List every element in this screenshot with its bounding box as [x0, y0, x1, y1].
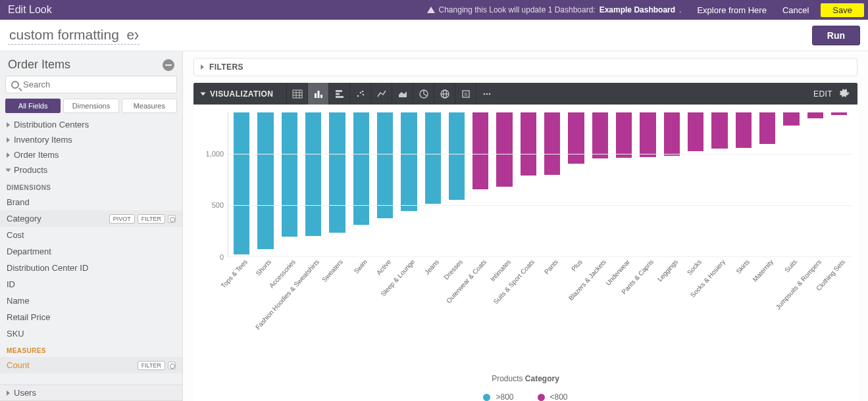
bar[interactable]: Swim — [353, 112, 369, 256]
view-inventory-items[interactable]: Inventory Items — [0, 132, 182, 147]
save-button[interactable]: Save — [821, 3, 864, 17]
svg-rect-8 — [336, 90, 342, 92]
bar[interactable]: Pants — [544, 112, 560, 256]
bar[interactable]: Pants & Capris — [640, 112, 655, 256]
dimension-row[interactable]: ID — [0, 276, 182, 293]
svg-text:6: 6 — [465, 91, 468, 97]
viz-pie-icon[interactable] — [413, 83, 434, 105]
bar-rect — [496, 112, 512, 187]
viz-map-icon[interactable] — [434, 83, 455, 105]
tab-dimensions[interactable]: Dimensions — [63, 99, 118, 113]
viz-line-icon[interactable] — [370, 83, 392, 105]
column-chart[interactable]: 05001,000 Tops & TeesShortsAccessoriesFa… — [199, 112, 852, 316]
bar[interactable]: Socks & Hosiery — [711, 112, 727, 256]
collapse-sidebar-icon[interactable] — [163, 59, 174, 71]
measure-row[interactable]: CountFILTER — [0, 357, 182, 373]
viz-single-value-icon[interactable]: 6 — [455, 83, 476, 105]
dashboard-warning: Changing this Look will update 1 Dashboa… — [427, 5, 682, 14]
dimension-row[interactable]: Department — [0, 243, 182, 260]
search-field[interactable] — [5, 76, 177, 93]
bar-rect — [401, 112, 417, 211]
dimension-row[interactable]: SKU — [0, 325, 182, 342]
bar[interactable]: Blazers & Jackets — [592, 112, 608, 256]
bar[interactable]: Accessories — [282, 112, 297, 256]
bar-rect — [736, 112, 752, 148]
caret-right-icon — [7, 137, 10, 143]
viz-table-icon[interactable] — [286, 83, 307, 105]
chart-area: 05001,000 Tops & TeesShortsAccessoriesFa… — [193, 105, 857, 401]
view-products[interactable]: Products — [0, 162, 182, 177]
bar[interactable]: Tops & Tees — [234, 112, 249, 256]
caret-right-icon — [7, 122, 10, 128]
cancel-link[interactable]: Cancel — [782, 5, 809, 15]
viz-column-icon[interactable] — [307, 83, 328, 105]
bar[interactable]: Jeans — [425, 112, 441, 256]
view-users[interactable]: Users — [0, 385, 182, 401]
bar[interactable]: Plus — [568, 112, 584, 256]
legend-item-gt800[interactable]: >800 — [483, 392, 513, 401]
bar-rect — [544, 112, 560, 175]
filters-panel-header[interactable]: FILTERS — [194, 59, 857, 76]
bar[interactable]: Fashion Hoodies & Sweatshirts — [305, 112, 321, 256]
tab-measures[interactable]: Measures — [122, 99, 177, 113]
run-button[interactable]: Run — [812, 26, 860, 45]
filters-panel: FILTERS — [193, 58, 857, 76]
bar[interactable]: Skirts — [736, 112, 752, 256]
tab-all-fields[interactable]: All Fields — [5, 99, 61, 113]
bar[interactable]: Jumpsuits & Rompers — [807, 112, 823, 256]
bar[interactable]: Suits — [783, 112, 799, 256]
bar[interactable]: Suits & Sport Coats — [521, 112, 536, 256]
filter-button[interactable]: FILTER — [138, 214, 165, 224]
svg-rect-5 — [315, 93, 317, 98]
dimension-row[interactable]: Name — [0, 293, 182, 309]
field-name: Department — [7, 247, 176, 256]
x-tick-label: Dresses — [442, 258, 464, 281]
plot-area: Tops & TeesShortsAccessoriesFashion Hood… — [228, 112, 852, 257]
visualization-panel-header[interactable]: VISUALIZATION — [193, 89, 281, 99]
filter-button[interactable]: FILTER — [138, 361, 165, 370]
visualization-panel-title: VISUALIZATION — [210, 89, 273, 99]
bar[interactable]: Active — [377, 112, 393, 256]
x-tick-label: Sweaters — [320, 258, 344, 283]
bar-rect — [472, 112, 488, 189]
bar[interactable]: Socks — [688, 112, 703, 256]
bar[interactable]: Sweaters — [329, 112, 345, 256]
dimension-row[interactable]: Brand — [0, 194, 182, 210]
viz-area-icon[interactable] — [392, 83, 413, 105]
dimension-row[interactable]: Cost — [0, 227, 182, 243]
bar[interactable]: Clothing Sets — [831, 112, 847, 256]
viz-more-icon[interactable] — [476, 83, 497, 105]
svg-point-22 — [484, 93, 486, 95]
bar-rect — [807, 112, 823, 118]
bar[interactable]: Shorts — [257, 112, 273, 256]
warning-icon — [427, 7, 435, 13]
explore-from-here-link[interactable]: Explore from Here — [697, 5, 766, 15]
dimension-row[interactable]: Retail Price — [0, 309, 182, 325]
legend-item-lt800[interactable]: <800 — [538, 392, 568, 401]
viz-scatter-icon[interactable] — [349, 83, 370, 105]
pivot-button[interactable]: PIVOT — [109, 214, 135, 224]
view-distribution-centers[interactable]: Distribution Centers — [0, 117, 182, 132]
dimension-row[interactable]: Distribution Center ID — [0, 260, 182, 276]
warning-dashboard-link[interactable]: Example Dashboard — [600, 5, 675, 14]
visualization-settings-icon[interactable] — [839, 88, 851, 100]
bar[interactable]: Dresses — [449, 112, 465, 256]
look-name-input[interactable] — [8, 26, 140, 45]
bar-rect — [449, 112, 465, 200]
y-tick: 500 — [212, 201, 224, 209]
view-order-items[interactable]: Order Items — [0, 147, 182, 162]
bar[interactable]: Underwear — [616, 112, 632, 256]
swatch-pink-icon — [538, 394, 545, 401]
field-gear-icon[interactable] — [168, 215, 176, 223]
bar[interactable]: Maternity — [759, 112, 775, 256]
field-gear-icon[interactable] — [168, 362, 176, 369]
bar[interactable]: Leggings — [664, 112, 680, 256]
bar[interactable]: Sleep & Lounge — [401, 112, 417, 256]
visualization-edit-link[interactable]: EDIT — [807, 89, 839, 99]
search-input[interactable] — [23, 80, 171, 89]
viz-bar-icon[interactable] — [328, 83, 349, 105]
measures-label: MEASURES — [0, 342, 182, 357]
dimension-row[interactable]: CategoryPIVOTFILTER — [0, 210, 182, 227]
bar[interactable]: Outerwear & Coats — [472, 112, 488, 256]
bar[interactable]: Intimates — [496, 112, 512, 256]
